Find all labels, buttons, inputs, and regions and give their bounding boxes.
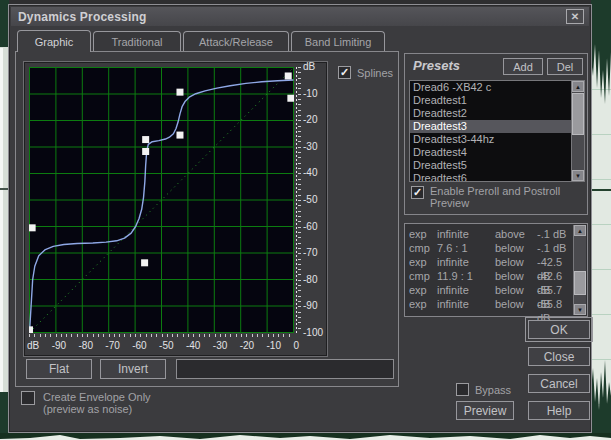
segment-type: exp (409, 283, 437, 297)
y-axis-tick-label: -20 (303, 115, 328, 125)
segment-threshold: -.1 dB (537, 227, 571, 241)
preset-list-item[interactable]: Dreadtest3 (410, 120, 584, 133)
transfer-curve-chart[interactable] (29, 67, 294, 333)
waveform-graphic (591, 0, 611, 433)
background-waveform-strip (591, 0, 611, 433)
segment-threshold: -55.7 dB (537, 283, 571, 297)
transfer-graph-plot[interactable] (29, 67, 294, 333)
segment-row[interactable]: cmp 11.9 : 1 below -42.6 dB (409, 269, 571, 283)
segment-threshold: -42.5 dB (537, 255, 571, 269)
segment-row[interactable]: exp infinite below -55.8 dB (409, 297, 571, 311)
y-axis-ticks (298, 67, 301, 333)
tab-traditional[interactable]: Traditional (93, 31, 181, 51)
segment-row[interactable]: exp infinite below -55.7 dB (409, 283, 571, 297)
segment-type: exp (409, 297, 437, 311)
preset-list-item[interactable]: Dreadtest6 (410, 172, 584, 182)
segment-settings-box[interactable]: exp infinite above -.1 dB cmp 7.6 : 1 be… (404, 223, 588, 317)
segment-row[interactable]: exp infinite above -.1 dB (409, 227, 571, 241)
curve-points-field[interactable] (176, 359, 394, 379)
y-axis-tick-label: dB (303, 62, 328, 72)
preset-list-item[interactable]: Dreadtest1 (410, 94, 584, 107)
preset-list-item[interactable]: Dreadtest5 (410, 159, 584, 172)
splines-checkbox[interactable]: ✓ (338, 66, 351, 79)
x-axis-tick-label: -80 (79, 340, 93, 351)
y-axis-tick-label: -70 (303, 248, 328, 258)
close-button[interactable]: Close (528, 347, 590, 366)
help-button[interactable]: Help (528, 401, 590, 420)
graphic-tab-page: dB-10-20-30-40-50-60-70-80-90-100 dB-90-… (15, 51, 399, 387)
segment-type: exp (409, 227, 437, 241)
x-axis-tick-label: 0 (293, 340, 299, 351)
x-axis-labels: dB-90-80-70-60-50-40-30-20-100 (27, 340, 299, 351)
x-axis-ticks (29, 334, 294, 337)
scrollbar-thumb[interactable] (572, 93, 584, 135)
preset-list-item[interactable]: Dread6 -XB42 c (410, 81, 584, 94)
preview-button-label: Preview (464, 404, 507, 418)
x-axis-tick-label: -70 (105, 340, 119, 351)
preset-name: Dreadtest3 (413, 120, 467, 132)
segment-relation: below (495, 297, 537, 311)
preset-name: Dreadtest1 (413, 94, 467, 106)
create-envelope-label: Create Envelope Only (43, 391, 151, 403)
segment-relation: above (495, 227, 537, 241)
x-axis-tick-label: -90 (52, 340, 66, 351)
preset-list-item[interactable]: Dreadtest2 (410, 107, 584, 120)
segment-type: cmp (409, 241, 437, 255)
preset-name: Dreadtest3-44hz (413, 133, 494, 145)
flat-button-label: Flat (49, 362, 69, 376)
segment-row[interactable]: cmp 7.6 : 1 below -.1 dB (409, 241, 571, 255)
scroll-up-icon[interactable]: ▲ (574, 225, 586, 236)
tab-band-limiting[interactable]: Band Limiting (291, 31, 385, 51)
y-axis-tick-label: -30 (303, 142, 328, 152)
flat-button[interactable]: Flat (26, 359, 92, 379)
help-button-label: Help (547, 404, 572, 418)
ok-button-label: OK (550, 323, 567, 337)
close-button-label: Close (544, 350, 575, 364)
segment-threshold: -42.6 dB (537, 269, 571, 283)
invert-button[interactable]: Invert (100, 359, 166, 379)
presets-title: Presets (413, 58, 460, 73)
background-ruler-line (0, 48, 3, 392)
create-envelope-checkbox[interactable] (21, 391, 35, 405)
bypass-label: Bypass (475, 384, 511, 396)
segment-row[interactable]: exp infinite below -42.5 dB (409, 255, 571, 269)
segment-scrollbar[interactable]: ▲ ▼ (573, 225, 586, 315)
tab-label: Attack/Release (199, 36, 273, 48)
preset-list-item[interactable]: Dreadtest3-44hz (410, 133, 584, 146)
close-icon[interactable]: ✕ (566, 9, 584, 24)
tab-attack-release[interactable]: Attack/Release (183, 31, 289, 51)
cancel-button[interactable]: Cancel (528, 374, 590, 393)
segment-ratio: infinite (437, 227, 495, 241)
title-bar[interactable]: Dynamics Processing ✕ (11, 7, 589, 26)
preset-add-button[interactable]: Add (503, 58, 543, 75)
tab-label: Traditional (112, 36, 163, 48)
x-axis-tick-label: -20 (240, 340, 254, 351)
preset-name: Dread6 -XB42 c (413, 81, 491, 93)
scroll-up-icon[interactable]: ▲ (572, 81, 584, 92)
preset-del-button[interactable]: Del (547, 58, 583, 75)
y-axis-tick-label: -60 (303, 222, 328, 232)
preroll-checkbox[interactable]: ✓ (411, 186, 424, 199)
tab-graphic[interactable]: Graphic (17, 30, 91, 52)
ok-button[interactable]: OK (528, 320, 590, 339)
y-axis-tick-label: -80 (303, 275, 328, 285)
scrollbar-thumb[interactable] (574, 271, 586, 295)
segment-rows: exp infinite above -.1 dB cmp 7.6 : 1 be… (409, 227, 571, 311)
y-axis-tick-label: -10 (303, 89, 328, 99)
bypass-checkbox[interactable] (456, 383, 469, 396)
x-axis-tick-label: -50 (159, 340, 173, 351)
invert-button-label: Invert (118, 362, 148, 376)
preview-button[interactable]: Preview (456, 401, 514, 420)
preset-name: Dreadtest2 (413, 107, 467, 119)
preset-name: Dreadtest6 (413, 172, 467, 182)
presets-group: Presets Add Del Dread6 -XB42 c Dreadtest… (404, 53, 588, 215)
preset-list-item[interactable]: Dreadtest4 (410, 146, 584, 159)
scroll-down-icon[interactable]: ▼ (574, 304, 586, 315)
segment-ratio: 11.9 : 1 (437, 269, 495, 283)
del-button-label: Del (557, 61, 574, 73)
add-button-label: Add (513, 61, 533, 73)
background-channel-divider (591, 189, 611, 191)
preset-list[interactable]: Dread6 -XB42 c Dreadtest1 Dreadtest2 Dre… (409, 80, 585, 182)
preset-list-scrollbar[interactable]: ▲ ▼ (571, 81, 584, 181)
scroll-down-icon[interactable]: ▼ (572, 170, 584, 181)
